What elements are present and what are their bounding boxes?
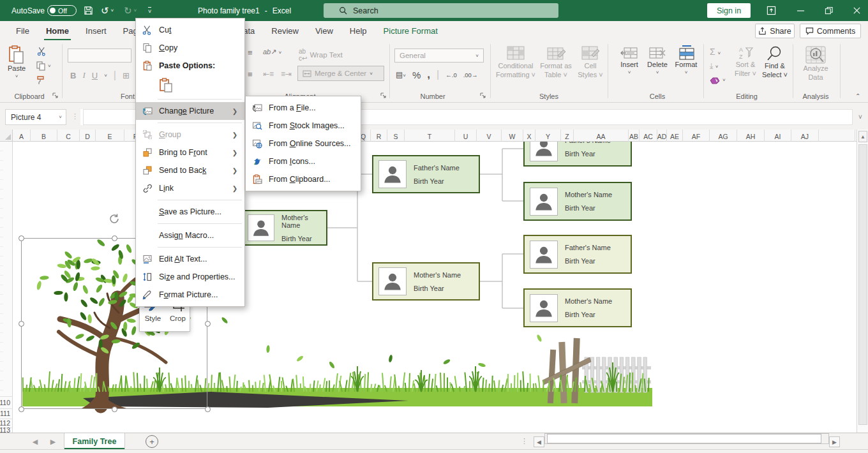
accounting-format-button[interactable]: ▤˅ [396,70,406,79]
selection-handle[interactable] [205,406,211,412]
menu-item-bring-to-front[interactable]: Bring to Front❯ [136,144,244,161]
column-header-AF[interactable]: AF [683,130,710,142]
font-name-select[interactable] [68,48,131,63]
hscroll-left-arrow[interactable]: ◀ [534,436,544,447]
percent-button[interactable]: % [412,70,421,80]
align-left-buttons[interactable]: ≡ [248,70,253,79]
submenu-item-from-a-file[interactable]: From a File... [246,99,361,117]
wrap-text-button[interactable]: abc↩Wrap Text [299,48,343,62]
insert-cells-button[interactable]: Insert˅ [615,45,643,76]
find-select-button[interactable]: Find & Select ˅ [760,45,790,80]
bold-button[interactable]: B [70,71,76,80]
selection-handle[interactable] [112,406,117,412]
analyze-data-button[interactable]: Analyze Data [797,45,835,82]
paste-option-picture-button[interactable] [136,75,244,96]
collapse-ribbon-button[interactable]: ⌃ [855,93,860,100]
photo-placeholder[interactable] [530,294,558,322]
column-header-S[interactable]: S [387,130,405,142]
share-button[interactable]: Share [755,24,795,38]
increase-indent-button[interactable]: ≡⇥ [281,70,292,78]
increase-decimal-button[interactable]: ←.0 [445,71,456,78]
column-header-AI[interactable]: AI [765,130,791,142]
column-header-U[interactable]: U [455,130,477,142]
cell-styles-button[interactable]: Cell Styles ˅ [574,45,606,80]
photo-placeholder[interactable] [530,241,558,269]
row-header-110[interactable]: 110 [0,399,10,406]
row-headers[interactable]: 110111112113 [0,142,13,433]
column-header-T[interactable]: T [405,130,455,142]
vscroll-thumb[interactable] [858,144,867,425]
align-top-buttons[interactable]: ≡ [248,48,253,57]
submenu-item-from-stock-images[interactable]: From Stock Images... [246,117,361,135]
submenu-item-from-online-sources[interactable]: From Online Sources... [246,135,361,152]
fill-button[interactable]: ⤓ ˅ [710,61,718,70]
family-box-mothers-name-0[interactable]: Mother's NameBirth Year [241,210,327,246]
column-header-Y[interactable]: Y [535,130,561,142]
tab-help[interactable]: Help [341,21,375,40]
column-header-X[interactable]: X [523,130,535,142]
namebox-splitter[interactable]: ⋮ [71,112,79,121]
format-cells-button[interactable]: Format˅ [671,45,701,76]
conditional-formatting-button[interactable]: Conditional Formatting ˅ [495,45,536,80]
border-button[interactable]: ⊞ [123,71,130,80]
hscroll-track[interactable] [544,433,829,444]
comma-button[interactable]: , [427,68,430,81]
menu-item-change-picture[interactable]: Change Picture❯ [136,102,244,120]
paste-button[interactable]: Paste˅ [8,45,26,80]
column-header-A[interactable]: A [13,130,31,142]
column-header-AD[interactable]: AD [657,130,667,142]
column-header-E[interactable]: E [96,130,124,142]
rotate-handle[interactable] [108,213,120,227]
copy-button[interactable]: ˅ [36,61,46,73]
menu-item-edit-alt-text[interactable]: Edit Alt Text... [136,250,244,268]
italic-button[interactable]: I [82,70,85,80]
submenu-item-from-icons[interactable]: From Icons... [246,152,361,170]
column-header-D[interactable]: D [80,130,96,142]
sort-filter-button[interactable]: AZ Sort & Filter ˅ [731,45,760,78]
menu-item-send-to-back[interactable]: Send to Back❯ [136,161,244,179]
family-box-mothers-name-2[interactable]: Mother's NameBirth Year [372,262,480,301]
photo-placeholder[interactable] [248,214,274,241]
tab-home[interactable]: Home [38,21,77,40]
minimize-button[interactable] [788,0,813,21]
column-header-V[interactable]: V [477,130,502,142]
format-painter-button[interactable] [36,75,46,88]
column-header-B[interactable]: B [31,130,57,142]
column-header-AE[interactable]: AE [667,130,683,142]
menu-item-copy[interactable]: Copy [136,39,244,57]
clear-button[interactable]: ˅ [710,76,720,87]
format-as-table-button[interactable]: Format as Table ˅ [537,45,574,80]
search-box[interactable]: Search [324,3,558,18]
worksheet-grid[interactable]: 110111112113 Mother's NameBirth YearFath… [0,142,857,433]
photo-placeholder[interactable] [530,188,558,216]
photo-placeholder[interactable] [378,267,407,295]
decrease-decimal-button[interactable]: .00→ [463,71,478,78]
photo-placeholder[interactable] [530,142,558,161]
selection-handle[interactable] [19,406,24,412]
selection-handle[interactable] [19,321,24,327]
underline-button[interactable]: U [92,71,98,80]
column-header-C[interactable]: C [57,130,80,142]
menu-item-size-and-properties[interactable]: Size and Properties... [136,268,244,286]
alignment-dialog-launcher[interactable] [380,93,387,100]
tab-insert[interactable]: Insert [77,21,115,40]
menu-item-link[interactable]: Link❯ [136,179,244,197]
autosave-toggle[interactable]: Off [47,0,77,21]
restore-button[interactable] [816,0,841,21]
decrease-indent-button[interactable]: ⇤≡ [263,70,274,78]
column-header-AC[interactable]: AC [640,130,657,142]
new-sheet-button[interactable]: + [146,435,158,448]
menu-item-save-as-picture[interactable]: Save as Picture... [136,203,244,221]
column-header-blank[interactable] [819,130,855,142]
selection-handle[interactable] [112,235,117,241]
row-header-113[interactable]: 113 [0,426,10,433]
delete-cells-button[interactable]: Delete˅ [643,45,671,76]
hscroll-right-arrow[interactable]: ▶ [829,436,840,447]
number-format-select[interactable]: General˅ [394,48,484,63]
family-box-fathers-name-1[interactable]: Father's NameBirth Year [372,155,480,193]
column-header-AG[interactable]: AG [710,130,737,142]
menu-item-cut[interactable]: Cut [136,21,244,39]
tab-picture-format[interactable]: Picture Format [375,21,446,40]
column-header-Z[interactable]: Z [561,130,574,142]
menu-item-format-picture[interactable]: Format Picture... [136,286,244,304]
